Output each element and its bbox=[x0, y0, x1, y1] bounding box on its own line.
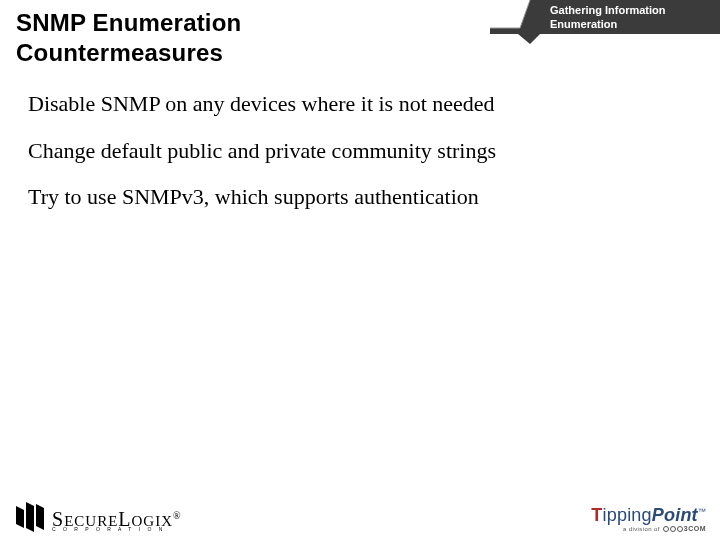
securelogix-text: SECURELOGIX® C O R P O R A T I O N bbox=[52, 509, 182, 532]
slide-body: Disable SNMP on any devices where it is … bbox=[0, 76, 720, 212]
slide-header: Gathering Information Enumeration SNMP E… bbox=[0, 0, 720, 76]
bullet-item: Disable SNMP on any devices where it is … bbox=[28, 90, 696, 119]
svg-marker-3 bbox=[36, 504, 44, 530]
securelogix-logo: SECURELOGIX® C O R P O R A T I O N bbox=[14, 502, 182, 532]
tippingpoint-logo: TippingPoint™ a division of 3COM bbox=[591, 506, 706, 532]
svg-marker-1 bbox=[16, 506, 24, 528]
section-tag-text: Gathering Information Enumeration bbox=[550, 4, 666, 32]
bullet-item: Try to use SNMPv3, which supports authen… bbox=[28, 183, 696, 212]
slide-footer: SECURELOGIX® C O R P O R A T I O N Tippi… bbox=[0, 488, 720, 534]
tippingpoint-subtitle: a division of 3COM bbox=[623, 525, 706, 532]
threecom-mark-icon: 3COM bbox=[663, 525, 706, 532]
bullet-item: Change default public and private commun… bbox=[28, 137, 696, 166]
tippingpoint-name: TippingPoint™ bbox=[591, 506, 706, 524]
title-line-1: SNMP Enumeration bbox=[16, 9, 241, 36]
securelogix-mark-icon bbox=[14, 502, 48, 532]
tag-line-2: Enumeration bbox=[550, 18, 666, 32]
tag-line-1: Gathering Information bbox=[550, 4, 666, 18]
title-line-2: Countermeasures bbox=[16, 39, 223, 66]
section-tag: Gathering Information Enumeration bbox=[490, 0, 720, 44]
securelogix-subtitle: C O R P O R A T I O N bbox=[52, 527, 165, 532]
svg-marker-2 bbox=[26, 502, 34, 532]
